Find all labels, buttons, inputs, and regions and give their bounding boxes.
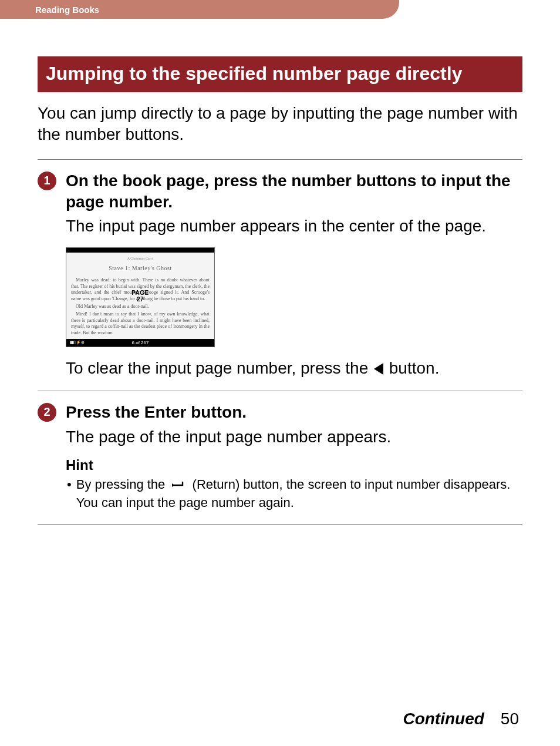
screenshot-page-indicator: 6 of 267 [132,340,149,345]
screenshot-chapter-title: Stave 1: Marley's Ghost [71,264,210,273]
left-arrow-icon [374,363,383,375]
device-screenshot: A Christmas Carol Stave 1: Marley's Ghos… [66,247,215,347]
section-tab: Reading Books [0,0,399,19]
step-description: The input page number appears in the cen… [66,216,522,237]
hint-text: By pressing the (Return) button, the scr… [76,476,522,511]
step-number-badge: 2 [38,403,56,422]
step-title: Press the Enter button. [66,402,522,423]
continued-label: Continued [403,710,484,728]
screenshot-body: A Christmas Carol Stave 1: Marley's Ghos… [66,253,214,339]
section-tab-bar: Reading Books [0,0,560,23]
screenshot-paragraph: Mind! I don't mean to say that I know, o… [71,311,210,337]
page-footer: Continued50 [403,710,519,728]
battery-icon: ▮▮▯ ⚡ ⊕ [70,340,84,345]
divider [38,524,522,525]
step-body: Press the Enter button. The page of the … [66,402,522,511]
screenshot-top-bar [66,248,214,253]
section-title: Jumping to the specified number page dir… [38,56,522,92]
screenshot-book-title: A Christmas Carol [71,256,210,261]
manual-page: Reading Books Jumping to the specified n… [0,0,560,746]
step-item: 1 On the book page, press the number but… [38,170,522,391]
divider [38,159,522,160]
intro-text: You can jump directly to a page by input… [38,103,522,145]
clear-text-before: To clear the input page number, press th… [66,359,373,377]
step-description: The page of the input page number appear… [66,426,522,448]
screenshot-footer: ▮▮▯ ⚡ ⊕ 6 of 267 [66,339,214,347]
clear-text-after: button. [384,359,439,377]
clear-instruction: To clear the input page number, press th… [66,359,522,378]
page-input-overlay: PAGE 27 [131,290,149,303]
step-item: 2 Press the Enter button. The page of th… [38,402,522,511]
overlay-page-number: 27 [131,296,149,303]
page-number: 50 [501,710,519,728]
overlay-page-label: PAGE [131,290,149,296]
step-body: On the book page, press the number butto… [66,170,522,391]
step-number-badge: 1 [38,172,56,190]
hint-item: • By pressing the (Return) button, the s… [66,476,522,511]
page-content: Jumping to the specified number page dir… [0,23,560,525]
hint-heading: Hint [66,457,522,473]
step-title: On the book page, press the number butto… [66,170,522,213]
bullet-icon: • [67,476,72,511]
section-tab-label: Reading Books [35,5,99,15]
screenshot-paragraph: Old Marley was as dead as a door-nail. [71,304,210,310]
hint-text-before: By pressing the [76,477,169,492]
return-icon [171,477,186,494]
divider [38,391,522,391]
